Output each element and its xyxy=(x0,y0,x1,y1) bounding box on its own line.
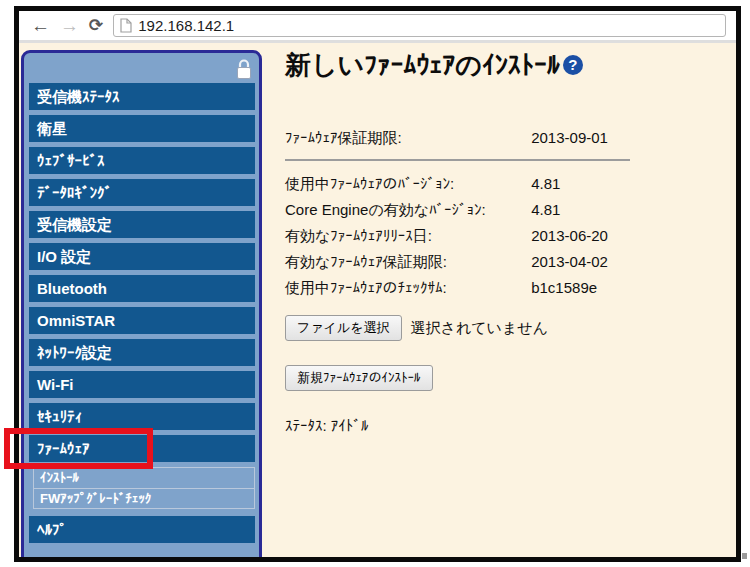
sidebar-item-bluetooth[interactable]: Bluetooth xyxy=(29,275,255,302)
page-icon xyxy=(120,18,132,33)
file-select-status: 選択されていません xyxy=(411,319,548,338)
install-row: 新規ﾌｧｰﾑｳｪｱのｲﾝｽﾄｰﾙ xyxy=(285,365,722,391)
detail-row: Core Engineの有効なﾊﾞｰｼﾞｮﾝ: 4.81 xyxy=(285,197,722,223)
sidebar-nav: 受信機ｽﾃｰﾀｽ 衛星 ｳｪﾌﾞｻｰﾋﾞｽ ﾃﾞｰﾀﾛｷﾞﾝｸﾞ 受信機設定 I… xyxy=(21,50,262,557)
warranty-label: ﾌｧｰﾑｳｪｱ保証期限: xyxy=(285,125,527,151)
sidebar-item-omnistar[interactable]: OmniSTAR xyxy=(29,307,255,334)
browser-window: ← → ⟳ 192.168.142.1 受信機 xyxy=(14,6,741,562)
divider xyxy=(285,159,630,161)
status-row: ｽﾃｰﾀｽ: ｱｲﾄﾞﾙ xyxy=(285,417,722,434)
detail-value: 4.81 xyxy=(531,175,560,192)
page-viewport: 受信機ｽﾃｰﾀｽ 衛星 ｳｪﾌﾞｻｰﾋﾞｽ ﾃﾞｰﾀﾛｷﾞﾝｸﾞ 受信機設定 I… xyxy=(19,43,736,557)
sidebar-item-wifi[interactable]: Wi-Fi xyxy=(29,371,255,398)
install-firmware-button[interactable]: 新規ﾌｧｰﾑｳｪｱのｲﾝｽﾄｰﾙ xyxy=(285,365,433,391)
detail-value: 2013-06-20 xyxy=(531,227,608,244)
sidebar-item-network-configuration[interactable]: ﾈｯﾄﾜｰｸ設定 xyxy=(29,339,255,366)
sidebar-item-receiver-status[interactable]: 受信機ｽﾃｰﾀｽ xyxy=(29,83,255,110)
submenu-item-install[interactable]: ｲﾝｽﾄｰﾙ xyxy=(34,468,254,488)
detail-label: 使用中ﾌｧｰﾑｳｪｱのﾁｪｯｸｻﾑ: xyxy=(285,275,527,301)
status-label: ｽﾃｰﾀｽ: xyxy=(285,417,327,434)
file-select-row: ファイルを選択 選択されていません xyxy=(285,315,722,341)
submenu-item-fw-upgrade-check[interactable]: FWｱｯﾌﾟｸﾞﾚｰﾄﾞﾁｪｯｸ xyxy=(34,488,254,508)
url-text[interactable]: 192.168.142.1 xyxy=(138,17,234,34)
detail-value: b1c1589e xyxy=(531,279,597,296)
sidebar-item-help[interactable]: ﾍﾙﾌﾟ xyxy=(29,516,255,543)
choose-file-button[interactable]: ファイルを選択 xyxy=(285,315,402,341)
status-value: ｱｲﾄﾞﾙ xyxy=(331,417,369,434)
sidebar-item-data-logging[interactable]: ﾃﾞｰﾀﾛｷﾞﾝｸﾞ xyxy=(29,179,255,206)
sidebar-header xyxy=(29,53,255,83)
detail-label: 有効なﾌｧｰﾑｳｪｱ保証期限: xyxy=(285,249,527,275)
detail-label: 使用中ﾌｧｰﾑｳｪｱのﾊﾞｰｼﾞｮﾝ: xyxy=(285,171,527,197)
back-icon[interactable]: ← xyxy=(31,16,50,35)
browser-toolbar: ← → ⟳ 192.168.142.1 xyxy=(19,11,736,43)
warranty-value: 2013-09-01 xyxy=(531,129,608,146)
address-bar[interactable]: 192.168.142.1 xyxy=(113,14,726,37)
detail-label: 有効なﾌｧｰﾑｳｪｱﾘﾘｰｽ日: xyxy=(285,223,527,249)
sidebar-item-satellites[interactable]: 衛星 xyxy=(29,115,255,142)
lock-icon xyxy=(235,57,253,85)
detail-value: 2013-04-02 xyxy=(531,253,608,270)
sidebar-item-security[interactable]: ｾｷｭﾘﾃｨ xyxy=(29,403,255,430)
sidebar-item-web-services[interactable]: ｳｪﾌﾞｻｰﾋﾞｽ xyxy=(29,147,255,174)
firmware-warranty-row: ﾌｧｰﾑｳｪｱ保証期限: 2013-09-01 xyxy=(285,125,722,151)
sidebar-item-io-configuration[interactable]: I/O 設定 xyxy=(29,243,255,270)
help-icon[interactable]: ? xyxy=(563,55,583,75)
detail-row: 使用中ﾌｧｰﾑｳｪｱのﾊﾞｰｼﾞｮﾝ: 4.81 xyxy=(285,171,722,197)
annotation-rectangle xyxy=(4,428,153,469)
main-content: 新しいﾌｧｰﾑｳｪｱのｲﾝｽﾄｰﾙ? ﾌｧｰﾑｳｪｱ保証期限: 2013-09-… xyxy=(269,43,736,557)
detail-label: Core Engineの有効なﾊﾞｰｼﾞｮﾝ: xyxy=(285,197,527,223)
page-title: 新しいﾌｧｰﾑｳｪｱのｲﾝｽﾄｰﾙ? xyxy=(285,49,722,81)
detail-row: 有効なﾌｧｰﾑｳｪｱﾘﾘｰｽ日: 2013-06-20 xyxy=(285,223,722,249)
forward-icon[interactable]: → xyxy=(60,16,79,35)
detail-row: 使用中ﾌｧｰﾑｳｪｱのﾁｪｯｸｻﾑ: b1c1589e xyxy=(285,275,722,301)
page-title-text: 新しいﾌｧｰﾑｳｪｱのｲﾝｽﾄｰﾙ xyxy=(285,50,560,80)
detail-row: 有効なﾌｧｰﾑｳｪｱ保証期限: 2013-04-02 xyxy=(285,249,722,275)
stray-mark xyxy=(742,553,747,559)
reload-icon[interactable]: ⟳ xyxy=(89,17,103,34)
detail-value: 4.81 xyxy=(531,201,560,218)
firmware-submenu: ｲﾝｽﾄｰﾙ FWｱｯﾌﾟｸﾞﾚｰﾄﾞﾁｪｯｸ xyxy=(33,467,255,509)
sidebar-item-receiver-configuration[interactable]: 受信機設定 xyxy=(29,211,255,238)
